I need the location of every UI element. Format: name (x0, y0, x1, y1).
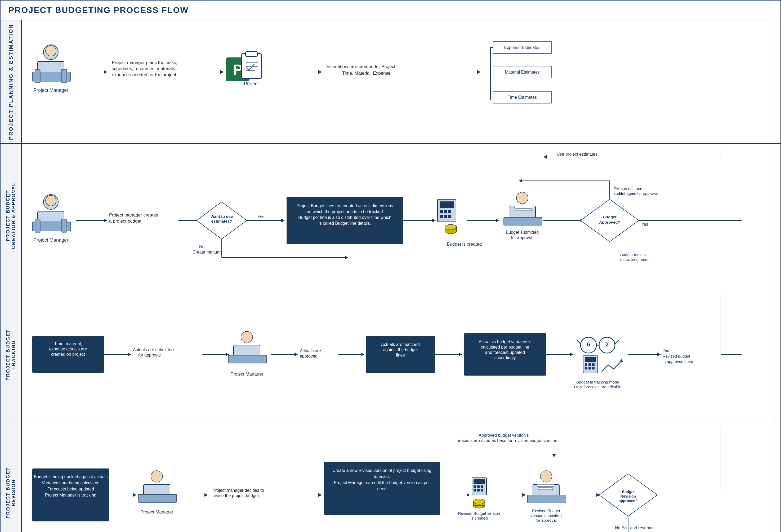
svg-text:accordingly: accordingly (494, 355, 516, 360)
svg-text:forecasts are used as base for: forecasts are used as base for revision … (455, 438, 557, 443)
lane-label-text-planning: PROJECT PLANNING & ESTIMATION (8, 24, 14, 140)
svg-text:Project Budget lines are creat: Project Budget lines are created across … (297, 204, 393, 208)
svg-text:Revised budget: Revised budget (663, 354, 690, 358)
svg-text:Actuals are matched: Actuals are matched (381, 342, 420, 347)
lane-budget-revision: PROJECT BUDGETREVISION Approved budget v… (1, 422, 780, 532)
lane2-diagram: Use project estimates Project Manager (27, 149, 774, 281)
svg-text:lines: lines (396, 353, 405, 357)
svg-text:approved: approved (300, 354, 318, 358)
svg-text:Project Manager: Project Manager (33, 88, 68, 93)
svg-text:calculated per budget line: calculated per budget line (481, 345, 529, 349)
lane-label-planning: PROJECT PLANNING & ESTIMATION (1, 20, 22, 143)
svg-point-45 (46, 195, 56, 206)
svg-text:submit again for approval: submit again for approval (614, 191, 658, 195)
svg-text:Use project estimates: Use project estimates (557, 152, 598, 157)
svg-text:Project manager plans the task: Project manager plans the tasks, (112, 60, 177, 65)
svg-rect-221 (538, 488, 553, 490)
svg-text:Revised Budget version: Revised Budget version (458, 511, 500, 516)
svg-rect-156 (588, 363, 591, 366)
svg-text:Material Estimates: Material Estimates (505, 70, 540, 74)
svg-marker-74 (432, 219, 436, 222)
svg-text:Project Manager: Project Manager (231, 371, 263, 376)
lane-label-budget-creation: PROJECT BUDGETCREATION & APPROVAL (1, 144, 22, 288)
svg-marker-106 (519, 179, 522, 183)
svg-marker-52 (104, 219, 107, 222)
svg-rect-185 (138, 494, 177, 502)
lane3-diagram: Time, material, expense actuals are crea… (27, 294, 774, 415)
svg-rect-93 (516, 209, 532, 211)
svg-marker-27 (477, 70, 481, 74)
svg-rect-125 (228, 355, 267, 363)
svg-text:Project Manager is tracking: Project Manager is tracking (45, 493, 96, 497)
svg-text:version submitted: version submitted (530, 513, 562, 518)
lane-content-budget-tracking: Time, material, expense actuals are crea… (22, 288, 780, 422)
svg-rect-77 (440, 210, 443, 213)
svg-text:Project Manager can edit the b: Project Manager can edit the budget vers… (334, 480, 430, 485)
svg-text:on which the project needs to : on which the project needs to be tracked (307, 209, 383, 214)
svg-text:Time Estimates: Time Estimates (508, 95, 537, 99)
svg-point-5 (46, 46, 56, 56)
lane-content-budget-creation: Use project estimates Project Manager (22, 144, 780, 288)
svg-text:for approval: for approval (535, 518, 557, 523)
svg-rect-157 (592, 363, 594, 366)
svg-marker-8 (104, 70, 107, 74)
svg-rect-208 (477, 489, 480, 491)
svg-line-150 (615, 340, 619, 344)
svg-text:Budget moves: Budget moves (620, 253, 646, 257)
svg-text:Budget is being tracked agains: Budget is being tracked against actuals (34, 475, 108, 479)
svg-text:P: P (233, 61, 243, 78)
lane-content-planning: Project Manager Project manager plans th… (22, 20, 780, 143)
svg-marker-23 (318, 70, 322, 74)
svg-text:Budget is created: Budget is created (447, 241, 482, 247)
svg-text:expense actuals are: expense actuals are (49, 347, 87, 351)
svg-text:Project Manager: Project Manager (140, 509, 173, 515)
svg-text:against the budget: against the budget (383, 348, 418, 352)
svg-point-212 (473, 499, 485, 504)
svg-rect-220 (537, 484, 554, 486)
svg-rect-92 (514, 206, 533, 208)
svg-text:Budget submitted: Budget submitted (506, 230, 539, 234)
pm-actor-lane1: Project Manager (32, 45, 71, 93)
svg-point-217 (540, 471, 552, 482)
lane-budget-creation: PROJECT BUDGETCREATION & APPROVAL Use pr… (1, 144, 780, 288)
svg-marker-192 (318, 493, 322, 497)
svg-text:Budget per line is also distri: Budget per line is also distributed over… (298, 215, 391, 220)
svg-marker-182 (133, 493, 136, 497)
svg-text:Budget: Budget (603, 215, 617, 219)
svg-point-123 (241, 331, 253, 343)
svg-text:Revision: Revision (620, 494, 636, 498)
svg-text:Revised Budget: Revised Budget (532, 508, 561, 513)
svg-marker-145 (570, 353, 573, 356)
svg-rect-207 (474, 489, 476, 491)
svg-rect-206 (481, 485, 483, 488)
svg-text:6: 6 (587, 341, 590, 348)
svg-marker-62 (281, 219, 285, 222)
svg-text:PM can edit and: PM can edit and (614, 186, 642, 191)
lane-label-text-budget-tracking: PROJECT BUDGETTRACKING (5, 329, 16, 381)
svg-rect-160 (592, 367, 594, 369)
svg-text:Yes: Yes (642, 222, 648, 227)
svg-marker-165 (657, 353, 661, 356)
svg-rect-81 (444, 215, 447, 218)
svg-text:Variances are being calculated: Variances are being calculated (42, 481, 99, 485)
svg-rect-158 (585, 367, 587, 369)
svg-rect-159 (588, 367, 591, 369)
svg-rect-91 (504, 217, 542, 225)
svg-text:Actuals are: Actuals are (300, 349, 321, 353)
svg-rect-219 (528, 495, 566, 503)
svg-marker-216 (522, 493, 526, 497)
lane1-diagram: Project Manager Project manager plans th… (27, 26, 774, 137)
svg-point-183 (151, 471, 163, 482)
svg-text:Project: Project (244, 81, 259, 86)
svg-text:No Edit and resubmit: No Edit and resubmit (615, 526, 655, 530)
svg-marker-188 (204, 493, 208, 497)
svg-text:Estimations are created for Pr: Estimations are created for Project (326, 64, 396, 69)
svg-point-85 (445, 224, 457, 230)
lane-label-budget-revision: PROJECT BUDGETREVISION (1, 422, 22, 532)
svg-marker-132 (361, 353, 364, 356)
svg-rect-82 (448, 215, 451, 218)
svg-text:Forecasts being updated: Forecasts being updated (47, 487, 94, 491)
svg-text:Project Manager: Project Manager (33, 237, 68, 243)
svg-marker-13 (220, 70, 224, 74)
svg-text:is created: is created (470, 516, 488, 520)
